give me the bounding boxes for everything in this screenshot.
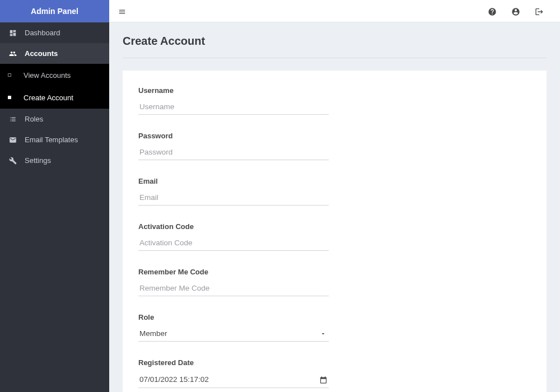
field-remember-me-code: Remember Me Code: [138, 268, 531, 296]
sidebar-item-accounts[interactable]: Accounts: [0, 43, 109, 64]
topbar: [109, 0, 560, 22]
sidebar-item-label: Dashboard: [25, 29, 101, 37]
dashboard-icon: [8, 29, 18, 38]
sidebar-item-label: Email Templates: [25, 136, 101, 144]
subnav-label: Create Account: [24, 94, 73, 102]
users-icon: [8, 49, 18, 58]
registered-date-value: 07/01/2022 15:17:02: [139, 375, 209, 384]
sidebar: Admin Panel Dashboard Accounts View Acco…: [0, 0, 109, 392]
subnav-label: View Accounts: [24, 71, 71, 80]
email-input[interactable]: [138, 190, 329, 206]
field-registered-date: Registered Date 07/01/2022 15:17:02: [138, 358, 531, 388]
username-label: Username: [138, 86, 531, 95]
field-password: Password: [138, 132, 531, 160]
field-username: Username: [138, 86, 531, 115]
user-icon[interactable]: [504, 6, 528, 16]
page-title: Create Account: [123, 22, 547, 58]
sidebar-item-label: Accounts: [25, 49, 101, 58]
email-label: Email: [138, 177, 531, 185]
bullet-icon: [8, 96, 11, 99]
logout-icon[interactable]: [528, 6, 551, 16]
sidebar-item-settings[interactable]: Settings: [0, 150, 109, 171]
field-role: Role Member: [138, 313, 531, 342]
remember-me-label: Remember Me Code: [138, 268, 531, 276]
role-label: Role: [138, 313, 531, 321]
username-input[interactable]: [138, 99, 329, 115]
help-icon[interactable]: [480, 6, 504, 16]
nav-list: Dashboard Accounts View Accounts Create …: [0, 22, 109, 171]
remember-me-input[interactable]: [138, 281, 329, 296]
accounts-subnav: View Accounts Create Account: [0, 64, 109, 109]
sidebar-item-label: Settings: [25, 156, 101, 165]
bullet-icon: [8, 73, 11, 77]
list-icon: [8, 115, 18, 124]
registered-date-input[interactable]: 07/01/2022 15:17:02: [138, 371, 329, 388]
content-scroll[interactable]: Create Account Username Password Email A…: [109, 22, 560, 392]
form-card: Username Password Email Activation Code …: [123, 71, 547, 392]
main-area: Create Account Username Password Email A…: [109, 0, 560, 392]
role-select[interactable]: Member: [138, 326, 329, 342]
sidebar-item-roles[interactable]: Roles: [0, 109, 109, 129]
password-label: Password: [138, 132, 531, 140]
subnav-create-account[interactable]: Create Account: [0, 86, 109, 109]
activation-code-input[interactable]: [138, 235, 329, 251]
sidebar-item-email-templates[interactable]: Email Templates: [0, 129, 109, 150]
subnav-view-accounts[interactable]: View Accounts: [0, 64, 109, 86]
brand-title: Admin Panel: [0, 0, 109, 22]
menu-toggle-icon[interactable]: [118, 6, 126, 15]
sidebar-item-dashboard[interactable]: Dashboard: [0, 22, 109, 43]
registered-date-label: Registered Date: [138, 358, 531, 367]
tools-icon: [8, 156, 18, 165]
calendar-icon: [319, 375, 328, 384]
field-email: Email: [138, 177, 531, 206]
activation-code-label: Activation Code: [138, 222, 531, 231]
mail-icon: [8, 136, 18, 144]
sidebar-item-label: Roles: [25, 115, 101, 123]
field-activation-code: Activation Code: [138, 222, 531, 251]
password-input[interactable]: [138, 144, 329, 160]
